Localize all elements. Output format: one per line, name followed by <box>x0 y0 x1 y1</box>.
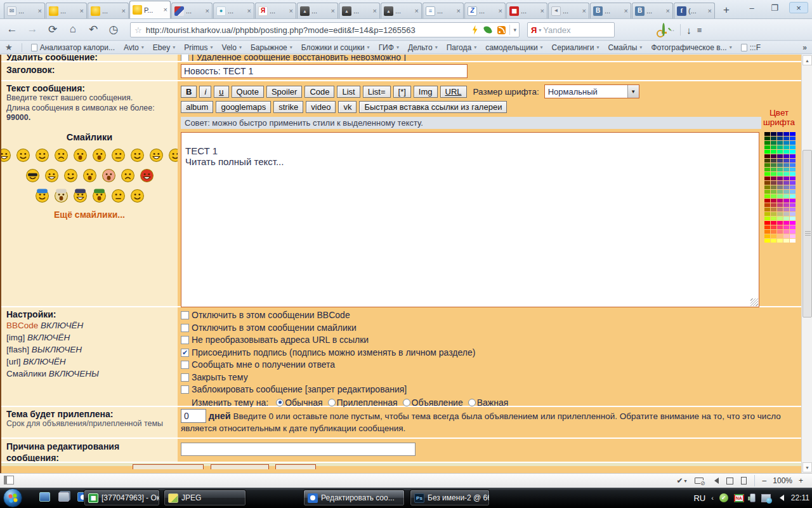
palette-color-swatch[interactable] <box>764 177 770 180</box>
palette-color-swatch[interactable] <box>764 194 770 198</box>
page-scrollbar[interactable]: ▲ ▼ <box>801 55 812 473</box>
palette-color-swatch[interactable] <box>790 154 796 158</box>
browser-tab[interactable]: f(...× <box>674 3 715 18</box>
palette-color-swatch[interactable] <box>783 132 789 136</box>
palette-color-swatch[interactable] <box>790 168 796 171</box>
tab-close-icon[interactable]: × <box>708 8 712 15</box>
bbcode-b-button[interactable]: B <box>181 86 197 98</box>
back-icon[interactable]: ← <box>5 22 19 37</box>
tab-close-icon[interactable]: × <box>80 8 84 15</box>
checkbox[interactable] <box>181 324 189 332</box>
window-switcher-icon[interactable] <box>58 492 69 502</box>
checkbox[interactable] <box>181 361 189 369</box>
palette-color-swatch[interactable] <box>771 159 776 163</box>
palette-color-swatch[interactable] <box>764 181 770 185</box>
palette-color-swatch[interactable] <box>790 145 796 149</box>
palette-color-swatch[interactable] <box>764 185 770 189</box>
palette-color-swatch[interactable] <box>771 217 776 220</box>
palette-color-swatch[interactable] <box>783 168 789 171</box>
undo-icon[interactable]: ↶ <box>86 22 100 37</box>
palette-color-swatch[interactable] <box>777 234 783 238</box>
language-indicator[interactable]: RU <box>693 493 705 503</box>
smiley-thinking-icon[interactable] <box>111 189 126 203</box>
palette-color-swatch[interactable] <box>771 137 776 140</box>
zoom-out-icon[interactable]: – <box>763 476 767 485</box>
palette-color-swatch[interactable] <box>764 230 770 234</box>
palette-color-swatch[interactable] <box>764 163 770 167</box>
bbcode-list-button[interactable]: List <box>337 86 360 98</box>
browser-tab[interactable]: ▲...× <box>381 3 422 18</box>
tab-close-icon[interactable]: × <box>540 8 544 15</box>
palette-color-swatch[interactable] <box>764 168 770 171</box>
radio[interactable] <box>328 399 336 406</box>
tab-close-icon[interactable]: × <box>38 8 42 15</box>
checkbox[interactable] <box>181 336 189 344</box>
palette-color-swatch[interactable] <box>790 234 796 238</box>
palette-color-swatch[interactable] <box>771 208 776 211</box>
search-engine-dropdown-icon[interactable]: ▾ <box>539 27 541 33</box>
palette-color-swatch[interactable] <box>790 141 796 145</box>
browser-tab[interactable]: ▦...× <box>506 3 547 18</box>
palette-color-swatch[interactable] <box>771 239 776 243</box>
palette-color-swatch[interactable] <box>771 225 776 229</box>
palette-color-swatch[interactable] <box>783 230 789 234</box>
smiley-lol-icon[interactable] <box>35 148 49 163</box>
palette-color-swatch[interactable] <box>764 212 770 216</box>
bookmark-item[interactable]: Бложики и социки▾ <box>301 43 370 52</box>
block-content-icon[interactable] <box>695 478 704 484</box>
scroll-down-icon[interactable]: ▼ <box>802 462 812 472</box>
smiley-crazy-icon[interactable] <box>82 168 97 183</box>
palette-color-swatch[interactable] <box>764 208 770 211</box>
bbcode-googlemaps-button[interactable]: googlemaps <box>216 101 271 113</box>
history-icon[interactable]: ◷ <box>107 22 121 37</box>
palette-color-swatch[interactable] <box>783 234 789 238</box>
palette-color-swatch[interactable] <box>764 190 770 194</box>
palette-color-swatch[interactable] <box>777 221 783 225</box>
palette-color-swatch[interactable] <box>771 203 776 207</box>
bbcode-img-button[interactable]: Img <box>414 86 438 98</box>
tab-close-icon[interactable]: × <box>206 8 209 15</box>
checkbox[interactable] <box>181 385 189 394</box>
bookmark-item[interactable]: :::F <box>741 43 761 52</box>
palette-color-swatch[interactable] <box>790 159 796 163</box>
bookmark-item[interactable]: Primus▾ <box>184 43 213 52</box>
palette-color-swatch[interactable] <box>783 159 789 163</box>
palette-color-swatch[interactable] <box>790 194 796 198</box>
radio-selected[interactable] <box>276 399 284 406</box>
palette-color-swatch[interactable] <box>777 154 783 158</box>
network-icon[interactable] <box>761 494 771 502</box>
bookmarks-overflow-icon[interactable]: » <box>802 43 807 52</box>
palette-color-swatch[interactable] <box>790 177 796 180</box>
palette-color-swatch[interactable] <box>764 203 770 207</box>
palette-color-swatch[interactable] <box>790 181 796 185</box>
palette-color-swatch[interactable] <box>783 154 789 158</box>
bbcode-быстрая-button[interactable]: Быстрая вставка ссылки из галереи <box>359 101 507 113</box>
palette-color-swatch[interactable] <box>790 172 796 176</box>
palette-color-swatch[interactable] <box>771 172 776 176</box>
bookmarks-star-icon[interactable]: ★ <box>5 43 13 52</box>
palette-color-swatch[interactable] <box>764 154 770 158</box>
palette-color-swatch[interactable] <box>777 159 783 163</box>
palette-color-swatch[interactable] <box>777 190 783 194</box>
delete-message-checkbox[interactable] <box>181 55 189 61</box>
palette-color-swatch[interactable] <box>790 132 796 136</box>
palette-color-swatch[interactable] <box>783 194 789 198</box>
tab-close-icon[interactable]: × <box>624 8 628 15</box>
tab-close-icon[interactable]: × <box>247 8 251 15</box>
palette-color-swatch[interactable] <box>783 141 789 145</box>
palette-color-swatch[interactable] <box>771 212 776 216</box>
topic-type-option[interactable]: Обычная <box>276 398 322 408</box>
smiley-eek-icon[interactable] <box>92 148 107 163</box>
palette-color-swatch[interactable] <box>777 163 783 167</box>
palette-color-swatch[interactable] <box>777 194 783 198</box>
cancel-button[interactable] <box>275 464 316 469</box>
bbcode-video-button[interactable]: video <box>306 101 336 113</box>
restore-icon[interactable]: ❐ <box>766 2 783 13</box>
submit-button[interactable] <box>211 464 269 469</box>
palette-color-swatch[interactable] <box>777 150 783 154</box>
status-check-menu-icon[interactable]: ✔▾ <box>677 476 687 485</box>
bbcode-strike-button[interactable]: strike <box>273 101 303 113</box>
palette-color-swatch[interactable] <box>783 217 789 220</box>
tab-close-icon[interactable]: × <box>415 8 419 15</box>
bbcode-vk-button[interactable]: vk <box>338 101 357 113</box>
